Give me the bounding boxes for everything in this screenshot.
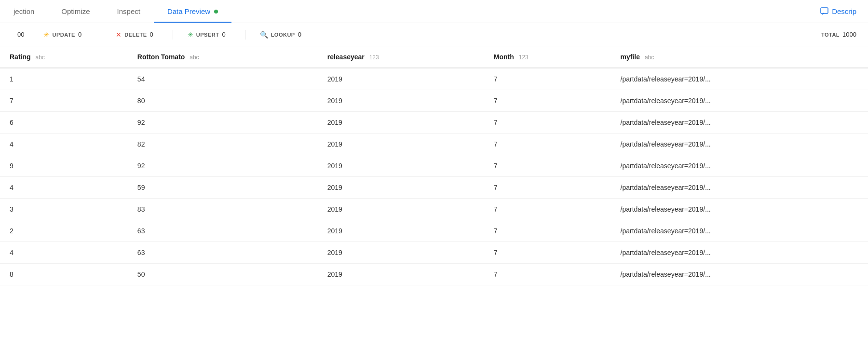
- col-header-rotton-tomato: Rotton Tomato abc: [128, 46, 318, 68]
- tab-optimize-label: Optimize: [61, 7, 90, 15]
- tab-projection[interactable]: jection: [0, 0, 48, 23]
- cell-rotton-tomato: 92: [128, 112, 318, 134]
- cell-month: 7: [484, 155, 611, 177]
- cell-releaseyear: 2019: [318, 112, 484, 134]
- table-row: 69220197/partdata/releaseyear=2019/...: [0, 112, 868, 134]
- cell-rating: 4: [0, 177, 128, 199]
- svg-rect-0: [821, 8, 828, 13]
- cell-month: 7: [484, 134, 611, 155]
- col-label-releaseyear: releaseyear: [327, 53, 365, 61]
- lookup-icon: 🔍: [260, 31, 268, 39]
- cell-releaseyear: 2019: [318, 199, 484, 220]
- cell-myfile: /partdata/releaseyear=2019/...: [611, 264, 868, 285]
- tab-projection-label: jection: [14, 7, 34, 15]
- lookup-label: LOOKUP: [271, 32, 295, 38]
- cell-month: 7: [484, 177, 611, 199]
- cell-rating: 7: [0, 90, 128, 112]
- cell-releaseyear: 2019: [318, 264, 484, 285]
- cell-rotton-tomato: 63: [128, 242, 318, 264]
- stat-insert: 00: [12, 31, 43, 38]
- delete-value: 0: [150, 31, 153, 38]
- tab-data-preview[interactable]: Data Preview: [154, 0, 231, 23]
- divider-1: [101, 30, 101, 40]
- cell-rotton-tomato: 50: [128, 264, 318, 285]
- table-row: 99220197/partdata/releaseyear=2019/...: [0, 155, 868, 177]
- description-label: Descrip: [832, 7, 856, 15]
- cell-myfile: /partdata/releaseyear=2019/...: [611, 199, 868, 220]
- cell-rating: 2: [0, 220, 128, 242]
- cell-rating: 4: [0, 242, 128, 264]
- table-row: 38320197/partdata/releaseyear=2019/...: [0, 199, 868, 220]
- table-row: 15420197/partdata/releaseyear=2019/...: [0, 68, 868, 90]
- col-type-rating: abc: [35, 54, 44, 61]
- cell-releaseyear: 2019: [318, 155, 484, 177]
- stats-bar: 00 ✳ UPDATE 0 ✕ DELETE 0 ✳ UPSERT 0 🔍 LO…: [0, 23, 868, 46]
- top-nav: jection Optimize Inspect Data Preview De…: [0, 0, 868, 23]
- cell-myfile: /partdata/releaseyear=2019/...: [611, 220, 868, 242]
- stat-total: TOTAL 1000: [821, 31, 856, 38]
- total-value: 1000: [842, 31, 856, 38]
- table-row: 26320197/partdata/releaseyear=2019/...: [0, 220, 868, 242]
- cell-myfile: /partdata/releaseyear=2019/...: [611, 155, 868, 177]
- cell-myfile: /partdata/releaseyear=2019/...: [611, 112, 868, 134]
- delete-icon: ✕: [116, 31, 122, 39]
- lookup-value: 0: [298, 31, 301, 38]
- cell-releaseyear: 2019: [318, 177, 484, 199]
- cell-rating: 4: [0, 134, 128, 155]
- upsert-value: 0: [222, 31, 225, 38]
- table-row: 46320197/partdata/releaseyear=2019/...: [0, 242, 868, 264]
- total-label: TOTAL: [821, 32, 840, 38]
- cell-rotton-tomato: 82: [128, 134, 318, 155]
- tab-optimize[interactable]: Optimize: [48, 0, 103, 23]
- col-type-myfile: abc: [645, 54, 654, 61]
- cell-myfile: /partdata/releaseyear=2019/...: [611, 90, 868, 112]
- insert-value: 00: [17, 31, 24, 38]
- stat-upsert: ✳ UPSERT 0: [188, 31, 245, 39]
- cell-rotton-tomato: 54: [128, 68, 318, 90]
- col-label-month: Month: [494, 53, 514, 61]
- col-label-myfile: myfile: [621, 53, 640, 61]
- tab-inspect-label: Inspect: [117, 7, 140, 15]
- cell-month: 7: [484, 242, 611, 264]
- cell-rating: 8: [0, 264, 128, 285]
- description-button[interactable]: Descrip: [820, 7, 868, 16]
- divider-2: [173, 30, 173, 40]
- cell-releaseyear: 2019: [318, 134, 484, 155]
- cell-releaseyear: 2019: [318, 90, 484, 112]
- chat-icon: [820, 7, 829, 16]
- active-dot-indicator: [214, 10, 218, 13]
- cell-rating: 6: [0, 112, 128, 134]
- cell-month: 7: [484, 264, 611, 285]
- cell-myfile: /partdata/releaseyear=2019/...: [611, 242, 868, 264]
- header-row: Rating abc Rotton Tomato abc releaseyear…: [0, 46, 868, 68]
- delete-label: DELETE: [124, 32, 147, 38]
- col-header-releaseyear: releaseyear 123: [318, 46, 484, 68]
- cell-month: 7: [484, 90, 611, 112]
- cell-month: 7: [484, 112, 611, 134]
- table-body: 15420197/partdata/releaseyear=2019/...78…: [0, 68, 868, 285]
- cell-month: 7: [484, 199, 611, 220]
- col-type-month: 123: [519, 54, 529, 61]
- table-row: 48220197/partdata/releaseyear=2019/...: [0, 134, 868, 155]
- cell-rotton-tomato: 63: [128, 220, 318, 242]
- update-label: UPDATE: [52, 32, 75, 38]
- col-type-releaseyear: 123: [369, 54, 379, 61]
- cell-rating: 3: [0, 199, 128, 220]
- data-table-container: Rating abc Rotton Tomato abc releaseyear…: [0, 46, 868, 285]
- divider-3: [245, 30, 245, 40]
- cell-myfile: /partdata/releaseyear=2019/...: [611, 177, 868, 199]
- stat-delete: ✕ DELETE 0: [116, 31, 173, 39]
- upsert-label: UPSERT: [196, 32, 219, 38]
- cell-releaseyear: 2019: [318, 68, 484, 90]
- cell-rotton-tomato: 83: [128, 199, 318, 220]
- col-label-rotton-tomato: Rotton Tomato: [137, 53, 185, 61]
- table-row: 85020197/partdata/releaseyear=2019/...: [0, 264, 868, 285]
- table-row: 45920197/partdata/releaseyear=2019/...: [0, 177, 868, 199]
- update-value: 0: [78, 31, 81, 38]
- tab-inspect[interactable]: Inspect: [104, 0, 154, 23]
- cell-month: 7: [484, 68, 611, 90]
- cell-month: 7: [484, 220, 611, 242]
- col-header-myfile: myfile abc: [611, 46, 868, 68]
- table-header: Rating abc Rotton Tomato abc releaseyear…: [0, 46, 868, 68]
- stat-lookup: 🔍 LOOKUP 0: [260, 31, 321, 39]
